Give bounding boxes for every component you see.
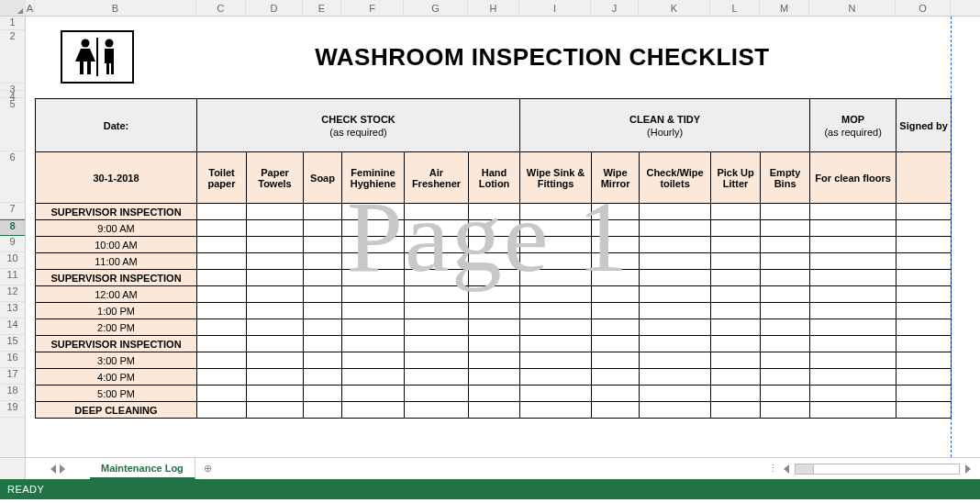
checklist-cell[interactable] bbox=[304, 402, 342, 419]
checklist-cell[interactable] bbox=[520, 336, 592, 352]
col-header[interactable]: N bbox=[809, 0, 896, 16]
tab-prev-icon[interactable] bbox=[50, 464, 56, 474]
col-header[interactable]: D bbox=[246, 0, 303, 16]
checklist-cell[interactable] bbox=[469, 352, 520, 369]
checklist-cell[interactable] bbox=[247, 319, 304, 336]
checklist-cell[interactable] bbox=[197, 286, 247, 303]
checklist-cell[interactable] bbox=[405, 402, 469, 419]
checklist-cell[interactable] bbox=[640, 286, 711, 303]
checklist-cell[interactable] bbox=[304, 303, 342, 319]
checklist-cell[interactable] bbox=[304, 286, 342, 303]
checklist-cell[interactable] bbox=[810, 336, 896, 352]
checklist-cell[interactable] bbox=[304, 336, 342, 352]
checklist-cell[interactable] bbox=[520, 352, 592, 369]
subheader[interactable]: Hand Lotion bbox=[469, 152, 520, 204]
checklist-cell[interactable] bbox=[592, 220, 640, 237]
checklist-cell[interactable] bbox=[342, 286, 405, 303]
subheader[interactable]: For clean floors bbox=[810, 152, 896, 204]
checklist-cell[interactable] bbox=[711, 352, 761, 369]
checklist-cell[interactable] bbox=[896, 204, 952, 220]
checklist-cell[interactable] bbox=[405, 270, 469, 286]
subheader[interactable]: Feminine Hyghiene bbox=[342, 152, 405, 204]
checklist-cell[interactable] bbox=[896, 286, 952, 303]
subheader[interactable]: Check/Wipe toilets bbox=[640, 152, 711, 204]
checklist-cell[interactable] bbox=[405, 220, 469, 237]
subheader[interactable]: Pick Up Litter bbox=[711, 152, 761, 204]
subheader[interactable]: Toilet paper bbox=[197, 152, 247, 204]
add-sheet-button[interactable]: ⊕ bbox=[195, 458, 221, 479]
checklist-cell[interactable] bbox=[810, 204, 896, 220]
checklist-cell[interactable] bbox=[711, 286, 761, 303]
row-header[interactable]: 9 bbox=[0, 236, 25, 252]
checklist-cell[interactable] bbox=[197, 220, 247, 237]
row-header[interactable]: 6 bbox=[0, 151, 25, 203]
checklist-cell[interactable] bbox=[469, 319, 520, 336]
checklist-cell[interactable] bbox=[761, 286, 810, 303]
checklist-cell[interactable] bbox=[469, 204, 520, 220]
col-header[interactable]: E bbox=[303, 0, 341, 16]
col-header[interactable]: J bbox=[591, 0, 639, 16]
row-header[interactable]: 12 bbox=[0, 285, 25, 302]
checklist-cell[interactable] bbox=[592, 270, 640, 286]
checklist-cell[interactable] bbox=[197, 402, 247, 419]
checklist-cell[interactable] bbox=[197, 319, 247, 336]
checklist-cell[interactable] bbox=[640, 402, 711, 419]
checklist-cell[interactable] bbox=[304, 237, 342, 253]
col-header[interactable]: O bbox=[896, 0, 951, 16]
checklist-cell[interactable] bbox=[810, 286, 896, 303]
checklist-cell[interactable] bbox=[592, 386, 640, 402]
checklist-cell[interactable] bbox=[304, 386, 342, 402]
checklist-cell[interactable] bbox=[711, 253, 761, 270]
subheader[interactable]: Empty Bins bbox=[761, 152, 810, 204]
checklist-cell[interactable] bbox=[761, 319, 810, 336]
checklist-cell[interactable] bbox=[405, 386, 469, 402]
checklist-cell[interactable] bbox=[247, 352, 304, 369]
row-header[interactable]: 1 bbox=[0, 17, 25, 30]
checklist-cell[interactable] bbox=[342, 253, 405, 270]
row-header[interactable]: 2 bbox=[0, 30, 25, 84]
date-label-cell[interactable]: Date: bbox=[36, 99, 197, 152]
checklist-cell[interactable] bbox=[469, 253, 520, 270]
checklist-cell[interactable] bbox=[469, 286, 520, 303]
tab-nav[interactable] bbox=[26, 458, 90, 479]
checklist-cell[interactable] bbox=[640, 303, 711, 319]
supervisor-row-label[interactable]: SUPERVISOR INSPECTION bbox=[36, 270, 197, 286]
scroll-split-icon[interactable]: ⋮ bbox=[768, 463, 778, 475]
checklist-cell[interactable] bbox=[896, 303, 952, 319]
checklist-cell[interactable] bbox=[896, 402, 952, 419]
checklist-cell[interactable] bbox=[342, 386, 405, 402]
checklist-cell[interactable] bbox=[304, 369, 342, 386]
checklist-cell[interactable] bbox=[304, 253, 342, 270]
subheader[interactable]: Air Freshener bbox=[405, 152, 469, 204]
mop-header[interactable]: MOP(as required) bbox=[810, 99, 896, 152]
tab-next-icon[interactable] bbox=[60, 464, 65, 474]
row-header[interactable]: 4 bbox=[0, 91, 25, 98]
row-header[interactable]: 17 bbox=[0, 368, 25, 385]
checklist-cell[interactable] bbox=[405, 336, 469, 352]
checklist-cell[interactable] bbox=[247, 303, 304, 319]
checklist-cell[interactable] bbox=[342, 303, 405, 319]
checklist-cell[interactable] bbox=[197, 369, 247, 386]
time-row-label[interactable]: 4:00 PM bbox=[36, 369, 197, 386]
checklist-cell[interactable] bbox=[592, 402, 640, 419]
row-header[interactable]: 13 bbox=[0, 302, 25, 319]
checklist-cell[interactable] bbox=[761, 352, 810, 369]
col-header[interactable]: K bbox=[639, 0, 710, 16]
checklist-cell[interactable] bbox=[810, 220, 896, 237]
checklist-cell[interactable] bbox=[896, 253, 952, 270]
row-header[interactable]: 10 bbox=[0, 252, 25, 269]
col-header[interactable]: G bbox=[404, 0, 468, 16]
checklist-cell[interactable] bbox=[640, 352, 711, 369]
checklist-cell[interactable] bbox=[896, 270, 952, 286]
checklist-cell[interactable] bbox=[520, 369, 592, 386]
checklist-cell[interactable] bbox=[592, 336, 640, 352]
checklist-cell[interactable] bbox=[247, 253, 304, 270]
time-row-label[interactable]: 3:00 PM bbox=[36, 352, 197, 369]
checklist-cell[interactable] bbox=[405, 352, 469, 369]
checklist-cell[interactable] bbox=[304, 204, 342, 220]
time-row-label[interactable]: 5:00 PM bbox=[36, 386, 197, 402]
hscroll-right-icon[interactable] bbox=[965, 464, 971, 474]
checklist-cell[interactable] bbox=[640, 237, 711, 253]
checklist-cell[interactable] bbox=[520, 386, 592, 402]
checklist-cell[interactable] bbox=[342, 204, 405, 220]
